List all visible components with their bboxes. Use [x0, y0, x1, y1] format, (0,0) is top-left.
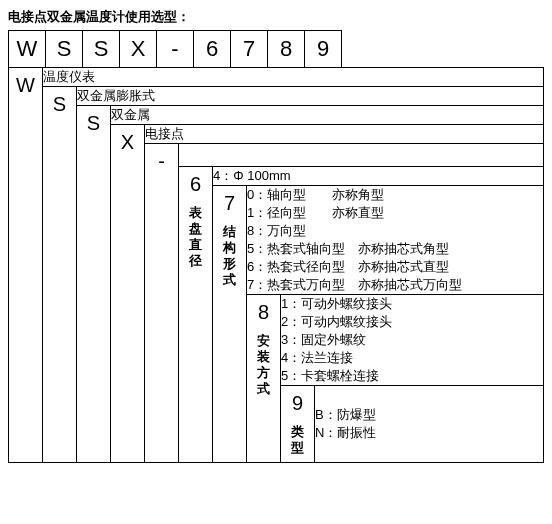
pos2-desc: 双金属膨胀式 [77, 87, 544, 106]
page-title: 电接点双金属温度计使用选型： [8, 8, 544, 26]
pos7-desc: 0：轴向型 亦称角型 1：径向型 亦称直型 8：万向型 5：热套式轴向型 亦称抽… [247, 186, 544, 295]
pos1-desc: 温度仪表 [43, 68, 544, 87]
pos2-code: S [43, 87, 77, 463]
table-row: W 温度仪表 [9, 68, 544, 87]
pos8-opt-3: 3：固定外螺纹 [281, 331, 543, 349]
pos8-cell: 8 安装方式 [247, 295, 281, 463]
code-cell-9: 9 [305, 31, 342, 68]
pos8-opt-5: 5：卡套螺栓连接 [281, 367, 543, 385]
pos5-code: - [145, 144, 179, 463]
pos3-desc: 双金属 [111, 106, 544, 125]
code-cell-6: 6 [194, 31, 231, 68]
pos1-code: W [9, 68, 43, 463]
pos4-code: X [111, 125, 145, 463]
code-cell-8: 8 [268, 31, 305, 68]
pos7-code: 7 [213, 186, 246, 220]
code-cell-2: S [46, 31, 83, 68]
table-row: S 双金属膨胀式 [9, 87, 544, 106]
pos7-category: 结构形式 [213, 220, 246, 294]
pos7-opt-5: 5：热套式轴向型 亦称抽芯式角型 [247, 240, 543, 258]
pos8-opt-4: 4：法兰连接 [281, 349, 543, 367]
pos9-code: 9 [281, 386, 314, 420]
pos6-code: 6 [179, 167, 212, 201]
pos7-opt-1: 1：径向型 亦称直型 [247, 204, 543, 222]
code-cell-5: - [157, 31, 194, 68]
pos4-desc: 电接点 [145, 125, 544, 144]
pos9-opt-b: B：防爆型 [315, 406, 543, 424]
pos9-category: 类型 [281, 420, 314, 462]
pos6-desc: 4：Φ 100mm [213, 167, 544, 186]
code-cell-3: S [83, 31, 120, 68]
pos7-opt-6: 6：热套式径向型 亦称抽芯式直型 [247, 258, 543, 276]
pos9-cell: 9 类型 [281, 386, 315, 463]
pos5-desc [179, 144, 544, 167]
pos3-code: S [77, 106, 111, 463]
pos6-category: 表盘直径 [179, 201, 212, 275]
pos8-desc: 1：可动外螺纹接头 2：可动内螺纹接头 3：固定外螺纹 4：法兰连接 5：卡套螺… [281, 295, 544, 386]
pos8-opt-1: 1：可动外螺纹接头 [281, 295, 543, 313]
pos8-category: 安装方式 [247, 329, 280, 403]
code-cell-4: X [120, 31, 157, 68]
model-code-grid: W S S X - 6 7 8 9 [8, 30, 342, 68]
pos9-opt-n: N：耐振性 [315, 424, 543, 442]
breakdown-table: W 温度仪表 S 双金属膨胀式 S 双金属 X 电接点 - 6 表盘直径 4：Φ… [8, 67, 544, 463]
pos9-desc: B：防爆型 N：耐振性 [315, 386, 544, 463]
pos8-code: 8 [247, 295, 280, 329]
pos7-cell: 7 结构形式 [213, 186, 247, 463]
code-cell-1: W [9, 31, 46, 68]
code-cell-7: 7 [231, 31, 268, 68]
table-row: S 双金属 [9, 106, 544, 125]
pos7-opt-8: 8：万向型 [247, 222, 543, 240]
pos8-opt-2: 2：可动内螺纹接头 [281, 313, 543, 331]
pos7-opt-0: 0：轴向型 亦称角型 [247, 186, 543, 204]
pos6-cell: 6 表盘直径 [179, 167, 213, 463]
pos7-opt-7: 7：热套式万向型 亦称抽芯式万向型 [247, 276, 543, 294]
